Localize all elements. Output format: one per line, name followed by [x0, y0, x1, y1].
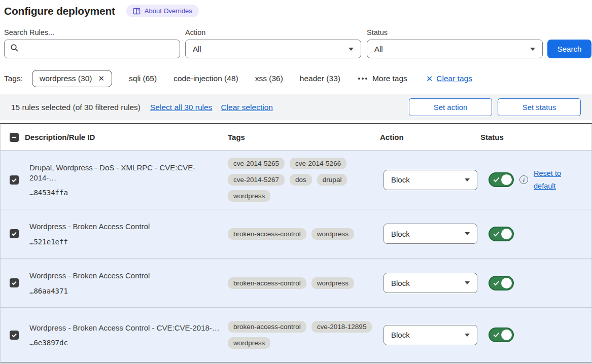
chevron-down-icon [465, 232, 470, 235]
rule-id: …521e1eff [29, 238, 220, 246]
rule-id: …6e3897dc [29, 339, 220, 347]
tag-pill: cve-2014-5267 [228, 174, 285, 186]
column-header-tags: Tags [228, 133, 380, 141]
search-button[interactable]: Search [547, 40, 591, 58]
chevron-down-icon [530, 48, 535, 51]
remove-tag-icon[interactable]: ✕ [98, 74, 105, 83]
rule-status-toggle[interactable] [489, 276, 514, 290]
rule-action-value: Block [391, 279, 410, 287]
selected-tag-label: wordpress (30) [40, 74, 92, 83]
rule-action-select[interactable]: Block [384, 224, 477, 244]
rule-action-select[interactable]: Block [384, 170, 477, 190]
status-label: Status [367, 28, 543, 37]
more-tags-label: More tags [372, 74, 407, 83]
tag-pill: broken-access-control [228, 321, 306, 333]
rule-action-value: Block [391, 175, 410, 184]
tag-filter-sqli[interactable]: sqli (65) [129, 74, 157, 83]
set-action-button[interactable]: Set action [409, 98, 492, 116]
tag-pill: dos [290, 174, 312, 186]
search-box[interactable] [4, 40, 180, 58]
toggle-knob [501, 229, 512, 239]
tag-filter-code-injection[interactable]: code-injection (48) [173, 74, 238, 83]
select-all-checkbox[interactable] [10, 133, 19, 142]
status-select[interactable]: All [367, 40, 543, 58]
info-icon[interactable]: i [519, 175, 528, 184]
chevron-down-icon [465, 281, 470, 284]
set-status-button[interactable]: Set status [498, 98, 581, 116]
tag-filter-xss[interactable]: xss (36) [255, 74, 283, 83]
action-select-value: All [193, 45, 201, 53]
tag-pill: wordpress [228, 337, 270, 349]
filters-row: Search Rules... Action All Status [0, 28, 592, 58]
table-header-row: Description/Rule ID Tags Action Status [1, 124, 591, 151]
clear-tags-label: Clear tags [436, 74, 472, 83]
chevron-down-icon [465, 334, 470, 337]
row-checkbox[interactable] [10, 278, 19, 287]
selection-bar: 15 rules selected (of 30 filtered rules)… [0, 94, 592, 120]
row-checkbox[interactable] [10, 229, 19, 238]
ellipsis-icon [358, 78, 367, 80]
rule-status-toggle[interactable] [489, 227, 514, 241]
selected-tag-wordpress[interactable]: wordpress (30) ✕ [32, 70, 112, 87]
tag-pill: broken-access-control [228, 277, 306, 289]
book-icon [133, 8, 141, 15]
clear-tags-icon: ✕ [426, 74, 433, 84]
row-checkbox[interactable] [10, 331, 19, 340]
rule-status-toggle[interactable] [489, 327, 514, 342]
toggle-knob [501, 174, 512, 185]
tag-pill: broken-access-control [228, 228, 306, 240]
tag-pill: cve-2014-5265 [228, 158, 285, 169]
select-all-link[interactable]: Select all 30 rules [150, 103, 212, 112]
search-rules-label: Search Rules... [4, 28, 180, 37]
tag-pill: wordpress [311, 228, 354, 240]
action-select[interactable]: All [185, 40, 361, 58]
tag-pill: cve-2018-12895 [311, 321, 372, 333]
rule-tags: broken-access-controlwordpress [228, 228, 380, 240]
reset-to-default-link[interactable]: Reset to default [534, 167, 565, 192]
status-select-value: All [374, 45, 383, 53]
tag-filter-header[interactable]: header (33) [300, 74, 340, 83]
action-filter: Action All [185, 28, 361, 58]
tags-bar: Tags: wordpress (30) ✕ sqli (65) code-in… [0, 70, 592, 87]
action-label: Action [185, 28, 361, 37]
column-header-description: Description/Rule ID [25, 133, 228, 141]
clear-tags-link[interactable]: ✕ Clear tags [426, 74, 472, 84]
rule-action-select[interactable]: Block [384, 325, 477, 345]
rule-description: Wordpress - Broken Access Control - CVE:… [29, 323, 220, 333]
table-row: Wordpress - Broken Access Control …86aa4… [1, 259, 591, 308]
selection-summary: 15 rules selected (of 30 filtered rules) [11, 103, 141, 112]
chevron-down-icon [465, 178, 470, 181]
more-tags-button[interactable]: More tags [358, 74, 407, 83]
rule-description: Drupal, Wordpress - DoS - XMLRPC - CVE:C… [29, 163, 220, 184]
search-rules-input[interactable] [23, 44, 174, 54]
status-filter: Status All [367, 28, 543, 58]
rule-id: …86aa4371 [29, 287, 220, 295]
row-checkbox[interactable] [10, 175, 19, 185]
toggle-knob [501, 330, 512, 340]
rule-tags: broken-access-controlcve-2018-12895wordp… [228, 321, 380, 349]
tags-label: Tags: [4, 74, 23, 83]
rule-status-toggle[interactable] [489, 172, 514, 187]
page-title: Configure deployment [4, 5, 115, 17]
tag-pill: drupal [317, 174, 347, 186]
table-row: Wordpress - Broken Access Control - CVE:… [1, 308, 591, 362]
rules-table: Description/Rule ID Tags Action Status D… [0, 123, 592, 363]
rule-id: …84534ffa [29, 189, 220, 197]
about-overrides-label: About Overrides [145, 7, 192, 15]
clear-selection-link[interactable]: Clear selection [221, 103, 273, 112]
rule-description: Wordpress - Broken Access Control [29, 271, 220, 281]
rule-description: Wordpress - Broken Access Control [29, 222, 220, 232]
rule-action-select[interactable]: Block [384, 273, 477, 293]
search-filter: Search Rules... [4, 28, 180, 58]
tag-pill: wordpress [311, 277, 354, 289]
tag-pill: wordpress [228, 190, 270, 202]
rule-action-value: Block [391, 230, 410, 238]
rule-action-value: Block [391, 331, 410, 339]
configure-deployment-page: Configure deployment About Overrides Sea… [0, 0, 592, 363]
rule-tags: broken-access-controlwordpress [228, 277, 380, 289]
about-overrides-badge[interactable]: About Overrides [126, 5, 199, 17]
page-header: Configure deployment About Overrides [0, 0, 592, 17]
tag-pill: cve-2014-5266 [290, 158, 346, 169]
rule-tags: cve-2014-5265cve-2014-5266cve-2014-5267d… [228, 158, 380, 202]
chevron-down-icon [349, 48, 354, 51]
